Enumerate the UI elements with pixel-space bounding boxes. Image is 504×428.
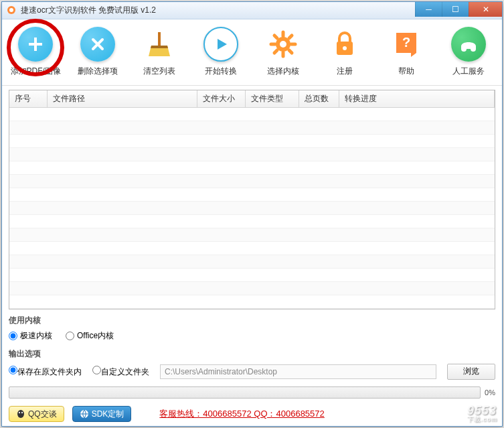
lock-icon [327, 27, 362, 62]
col-size[interactable]: 文件大小 [197, 90, 245, 108]
qq-chat-button[interactable]: QQ交谈 [9, 406, 64, 422]
table-row [9, 121, 495, 134]
svg-point-13 [343, 46, 347, 50]
table-row [9, 174, 495, 188]
hotline-link[interactable]: 客服热线：4006685572 QQ：4006685572 [159, 408, 495, 420]
kernel-office-label: Office内核 [77, 330, 114, 342]
clear-button[interactable]: 清空列表 [133, 27, 186, 77]
play-icon [203, 27, 238, 62]
table-row [9, 147, 495, 161]
site-watermark: 9553 下載.com [467, 404, 497, 424]
table-row [9, 281, 495, 295]
progress-percent: 0% [485, 388, 495, 397]
add-pdf-button[interactable]: 添加PDF/图像 [9, 27, 62, 77]
table-header-row: 序号 文件路径 文件大小 文件类型 总页数 转换进度 [9, 90, 495, 108]
app-window: 捷速ocr文字识别软件 免费试用版 v1.2 ─ ☐ ✕ 添加PDF/图像 删除… [1, 1, 503, 427]
browse-button[interactable]: 浏览 [447, 364, 495, 380]
sdk-label: SDK定制 [92, 409, 124, 420]
broom-icon [142, 27, 177, 62]
file-table[interactable]: 序号 文件路径 文件大小 文件类型 总页数 转换进度 [9, 90, 495, 309]
kernel-fast-radio[interactable]: 极速内核 [9, 330, 52, 342]
col-path[interactable]: 文件路径 [47, 90, 197, 108]
window-title: 捷速ocr文字识别软件 免费试用版 v1.2 [21, 5, 415, 16]
svg-point-1 [9, 8, 13, 12]
svg-line-9 [289, 50, 292, 53]
table-row [9, 268, 495, 281]
phone-icon [451, 27, 486, 62]
svg-point-18 [19, 412, 20, 413]
globe-icon [80, 409, 89, 419]
window-controls: ─ ☐ ✕ [415, 2, 502, 19]
table-row [9, 201, 495, 214]
svg-line-11 [274, 50, 277, 53]
output-keep-label: 保存在原文件夹内 [17, 367, 82, 376]
close-button[interactable]: ✕ [469, 2, 502, 17]
output-custom-label: 自定义文件夹 [101, 367, 149, 376]
start-button[interactable]: 开始转换 [194, 27, 248, 77]
table-row [9, 295, 495, 308]
table-body [9, 107, 495, 308]
svg-text:?: ? [402, 35, 410, 50]
core-button[interactable]: 选择内核 [256, 27, 310, 77]
register-label: 注册 [337, 66, 353, 77]
output-title: 输出选项 [9, 348, 495, 360]
table-row [9, 107, 495, 121]
toolbar: 添加PDF/图像 删除选择项 清空列表 开始转换 选择内核 [2, 19, 502, 86]
add-label: 添加PDF/图像 [11, 66, 61, 77]
svg-point-16 [471, 46, 476, 52]
delete-label: 删除选择项 [78, 66, 118, 77]
table-row [9, 188, 495, 201]
service-button[interactable]: 人工服务 [442, 27, 495, 77]
output-custom-radio[interactable]: 自定义文件夹 [92, 366, 149, 378]
svg-line-8 [274, 35, 277, 38]
table-row [9, 214, 495, 228]
minimize-button[interactable]: ─ [415, 2, 442, 17]
help-icon: ? [389, 27, 424, 62]
gear-icon [266, 27, 301, 62]
progress-row: 0% [9, 386, 495, 399]
qq-icon [16, 409, 25, 419]
output-panel: 输出选项 保存在原文件夹内 自定义文件夹 浏览 [9, 348, 495, 381]
core-label: 选择内核 [267, 66, 299, 77]
progress-bar [9, 386, 481, 399]
app-icon [6, 5, 17, 15]
table-row [9, 241, 495, 255]
kernel-panel: 使用内核 极速内核 Office内核 [9, 315, 495, 343]
col-progress[interactable]: 转换进度 [339, 90, 495, 108]
kernel-fast-label: 极速内核 [20, 330, 52, 342]
table-row [9, 161, 495, 174]
qq-label: QQ交谈 [28, 409, 57, 420]
delete-button[interactable]: 删除选择项 [71, 27, 124, 77]
svg-line-10 [289, 35, 292, 38]
output-keep-radio[interactable]: 保存在原文件夹内 [9, 366, 82, 378]
start-label: 开始转换 [205, 66, 237, 77]
x-icon [80, 27, 115, 62]
clear-label: 清空列表 [143, 66, 175, 77]
kernel-office-radio[interactable]: Office内核 [66, 330, 114, 342]
svg-rect-2 [158, 32, 161, 46]
plus-icon [18, 27, 53, 62]
svg-point-19 [21, 412, 23, 413]
content-area: 序号 文件路径 文件大小 文件类型 总页数 转换进度 [2, 86, 502, 403]
watermark-sub: 下載.com [467, 415, 497, 424]
titlebar: 捷速ocr文字识别软件 免费试用版 v1.2 ─ ☐ ✕ [2, 2, 502, 19]
col-index[interactable]: 序号 [9, 90, 47, 108]
kernel-title: 使用内核 [9, 315, 495, 326]
maximize-button[interactable]: ☐ [442, 2, 469, 17]
table-row [9, 228, 495, 241]
service-label: 人工服务 [452, 66, 485, 77]
svg-point-3 [278, 39, 288, 50]
svg-point-15 [461, 46, 467, 52]
register-button[interactable]: 注册 [318, 27, 371, 77]
footer: QQ交谈 SDK定制 客服热线：4006685572 QQ：4006685572 [2, 403, 502, 427]
sdk-button[interactable]: SDK定制 [72, 406, 132, 422]
table-row [9, 134, 495, 147]
col-type[interactable]: 文件类型 [245, 90, 299, 108]
svg-point-17 [17, 410, 24, 418]
help-label: 帮助 [398, 66, 414, 77]
output-path-input[interactable] [160, 364, 436, 379]
help-button[interactable]: ? 帮助 [380, 27, 433, 77]
table-row [9, 255, 495, 268]
col-pages[interactable]: 总页数 [299, 90, 339, 108]
